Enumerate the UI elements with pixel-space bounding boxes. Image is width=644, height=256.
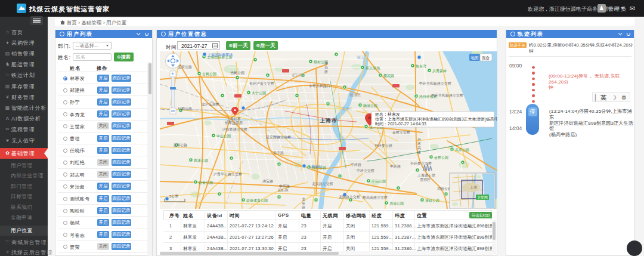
svg-text:浦江: 浦江 [357, 55, 364, 59]
svg-text:位置：上海市浦东新区洋泾街道融汇898创意园3正大生活馆(杨: 位置：上海市浦东新区洋泾街道融汇898创意园3正大生活馆(杨高中路店 [375, 116, 497, 122]
svg-text:高: 高 [417, 146, 421, 150]
svg-text:格高南路立交桥: 格高南路立交桥 [362, 195, 388, 200]
svg-text:外环梦公路: 外环梦公路 [374, 143, 392, 148]
svg-text:纪鹤公路: 纪鹤公路 [178, 106, 192, 111]
svg-text:长环沪嘉立交桥: 长环沪嘉立交桥 [249, 81, 274, 86]
svg-text:上海虹桥: 上海虹桥 [226, 117, 241, 121]
svg-text:路: 路 [324, 70, 328, 74]
svg-text:时间：2021-07-27 14:04:33: 时间：2021-07-27 14:04:33 [375, 122, 426, 127]
svg-text:杨浦区: 杨浦区 [349, 92, 361, 97]
svg-text:黄浦江: 黄浦江 [342, 107, 352, 110]
svg-text:上海国际赛车场: 上海国际赛车场 [207, 53, 233, 57]
svg-text:吴: 吴 [302, 202, 305, 205]
svg-text:金桥公园: 金桥公园 [434, 156, 448, 160]
svg-text:唐镇公园: 唐镇公园 [425, 198, 439, 203]
svg-text:漕宝路: 漕宝路 [262, 179, 273, 184]
svg-text:赵巷体育公园: 赵巷体育公园 [246, 198, 268, 203]
svg-text:卫星图: 卫星图 [477, 195, 488, 200]
svg-text:吉树公园: 吉树公园 [230, 71, 244, 75]
svg-text:上海迪士尼: 上海迪士尼 [417, 174, 435, 177]
svg-text:环: 环 [417, 142, 421, 146]
svg-text:沪青平公路立交桥: 沪青平公路立交桥 [213, 172, 242, 177]
svg-text:路: 路 [302, 206, 305, 209]
svg-text:千亩公园: 千亩公园 [371, 179, 386, 184]
svg-text:地图: 地图 [471, 55, 479, 60]
svg-text:周浦公园: 周浦公园 [389, 202, 404, 206]
svg-text:延安西路立交桥: 延安西路立交桥 [265, 135, 291, 140]
svg-text:混合: 混合 [482, 55, 490, 60]
svg-text:度假区: 度假区 [420, 177, 431, 182]
svg-text:中环立交桥: 中环立交桥 [357, 168, 374, 172]
svg-text:古树公园: 古树公园 [202, 72, 216, 76]
svg-text:5公里: 5公里 [169, 195, 179, 198]
svg-text:中环路: 中环路 [279, 184, 290, 189]
svg-text:赵巷公园: 赵巷公园 [199, 181, 213, 185]
svg-text:龙吴路立交桥: 龙吴路立交桥 [312, 181, 333, 186]
svg-text:杨浦公园: 杨浦公园 [363, 104, 377, 108]
svg-text:动车运用所: 动车运用所 [225, 121, 243, 125]
svg-text:中环路: 中环路 [351, 163, 361, 167]
svg-text:凤溪公园: 凤溪公园 [194, 158, 208, 163]
svg-text:外: 外 [417, 137, 422, 141]
svg-text:上海南站: 上海南站 [307, 165, 322, 169]
svg-text:内环共和新路立交桥: 内环共和新路立交桥 [431, 93, 463, 98]
svg-text:中山公园: 中山公园 [216, 134, 231, 138]
svg-text:中环路: 中环路 [390, 165, 401, 169]
svg-text:共青森林: 共青森林 [432, 69, 447, 73]
svg-text:高东公园: 高东公园 [455, 147, 469, 152]
svg-text:老沪车港桥: 老沪车港桥 [202, 102, 219, 107]
svg-text:吴中路: 吴中路 [273, 151, 284, 155]
svg-text:金桥立交桥: 金桥立交桥 [392, 130, 410, 134]
svg-text:+: + [171, 71, 174, 77]
svg-text:龙: 龙 [302, 198, 305, 201]
svg-text:樱花园: 樱花园 [383, 73, 394, 78]
svg-text:外环梦立交桥: 外环梦立交桥 [410, 161, 432, 166]
svg-text:中环共和路口: 中环共和路口 [309, 84, 330, 88]
svg-text:仙: 仙 [324, 66, 328, 69]
svg-text:连: 连 [324, 61, 328, 66]
svg-text:中环共和新路立交桥: 中环共和新路立交桥 [419, 81, 451, 86]
svg-text:大宁公园: 大宁公园 [252, 91, 266, 95]
svg-text:北海公路: 北海公路 [173, 143, 187, 147]
svg-text:宝安公路: 宝安公路 [178, 64, 192, 69]
svg-text:上海: 上海 [469, 186, 477, 189]
svg-text:炮台湾: 炮台湾 [416, 64, 426, 69]
svg-text:沪杭铁路立交桥: 沪杭铁路立交桥 [222, 127, 247, 132]
svg-text:姓名：林寒发: 姓名：林寒发 [375, 112, 400, 117]
svg-text:森兰绿地: 森兰绿地 [366, 66, 380, 70]
svg-text:闵行区: 闵行区 [278, 188, 289, 193]
svg-text:上海市: 上海市 [319, 118, 338, 124]
svg-text:龙阳路立交桥: 龙阳路立交桥 [339, 195, 360, 199]
svg-text:虹口区: 虹口区 [292, 73, 304, 78]
